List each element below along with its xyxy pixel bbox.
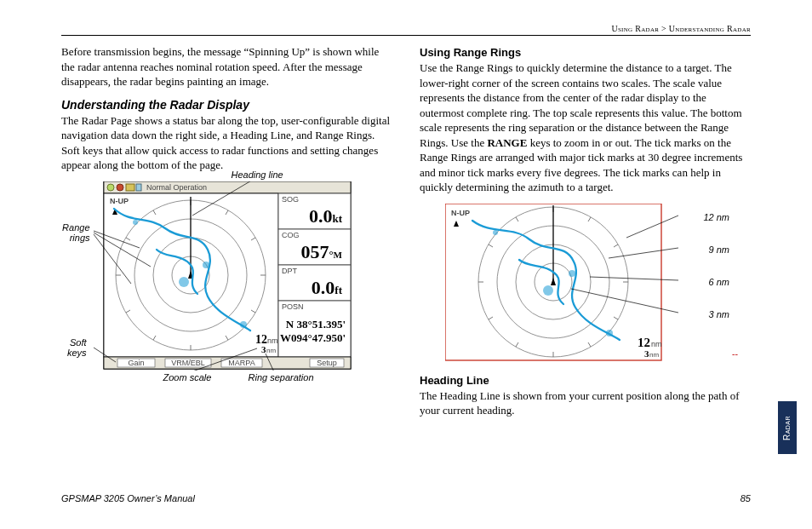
softkey-bar: Gain VRM/EBL MARPA Setup (117, 359, 344, 367)
figure-radar-page: Heading line Range rings Soft keys Zoom … (87, 181, 368, 371)
heading-understanding: Understanding the Radar Display (61, 98, 392, 112)
softkey-setup: Setup (317, 359, 337, 367)
fig2-zoom-value: 12 (638, 336, 650, 349)
para-heading-line: The Heading Line is shown from your curr… (420, 388, 751, 418)
annot-heading-line: Heading line (232, 170, 283, 180)
svg-point-64 (493, 230, 498, 235)
heading-range-rings: Using Range Rings (420, 46, 751, 59)
svg-point-63 (569, 270, 575, 277)
posn-label: POSN (282, 302, 304, 311)
svg-rect-4 (126, 184, 134, 191)
posn-lon: W094°47.950' (279, 331, 345, 344)
status-text: Normal Operation (146, 183, 207, 192)
svg-rect-5 (136, 184, 141, 191)
softkey-gain: Gain (128, 359, 144, 367)
heading-heading-line: Heading Line (420, 374, 751, 387)
softkey-vrm: VRM/EBL (171, 359, 205, 367)
footer-manual-title: GPSMAP 3205 Owner’s Manual (61, 493, 195, 503)
posn-lat: N 38°51.395' (285, 318, 345, 331)
softkey-marpa: MARPA (228, 359, 254, 367)
annot-range-rings: Range rings (54, 222, 90, 243)
fig2-ring-unit: nm (649, 351, 659, 359)
section-tab-label: Radar (783, 415, 792, 440)
footer-page-number: 85 (741, 493, 751, 503)
para-range-rings: Use the Range Rings to quickly determine… (420, 60, 751, 195)
sog-label: SOG (282, 195, 299, 204)
svg-point-24 (179, 277, 189, 287)
annot-soft-keys: Soft keys (54, 337, 87, 358)
breadcrumb-section: Using Radar (611, 24, 659, 33)
figure-range-rings: 12 nm 9 nm 6 nm 3 nm -- N-UP (445, 204, 726, 362)
range-rings-svg: N-UP (445, 204, 692, 362)
page-footer: GPSMAP 3205 Owner’s Manual 85 (61, 493, 751, 503)
annot-3nm: 3 nm (709, 309, 729, 319)
svg-point-3 (117, 184, 123, 191)
section-tab-radar: Radar (778, 401, 797, 454)
svg-point-62 (543, 285, 553, 296)
svg-point-65 (606, 330, 613, 336)
annot-6nm: 6 nm (709, 277, 729, 287)
zoom-scale-unit: nm (267, 336, 278, 345)
range-keyword: RANGE (487, 136, 527, 149)
right-column: Using Range Rings Use the Range Rings to… (420, 44, 751, 427)
para-understanding: The Radar Page shows a status bar along … (61, 113, 392, 173)
breadcrumb: Using Radar > Understanding Radar (61, 24, 751, 36)
nup-label: N-UP (110, 197, 129, 205)
svg-point-2 (107, 184, 114, 191)
svg-point-27 (240, 321, 247, 328)
ring-scale-unit: nm (266, 347, 276, 354)
breadcrumb-sep: > (659, 24, 669, 33)
intro-paragraph: Before transmission begins, the message … (61, 44, 392, 89)
cog-label: COG (282, 231, 300, 239)
radar-page-svg: Normal Operation N-UP (87, 181, 368, 371)
breadcrumb-subsection: Understanding Radar (669, 24, 751, 33)
svg-point-25 (203, 262, 209, 268)
fig2-nup: N-UP (451, 209, 470, 217)
annot-dashes: -- (732, 348, 738, 359)
annot-zoom-scale: Zoom scale (163, 372, 212, 382)
annot-ring-separation: Ring separation (249, 372, 314, 382)
svg-point-26 (133, 220, 138, 225)
annot-9nm: 9 nm (709, 244, 729, 255)
fig2-zoom-unit: nm (651, 340, 662, 348)
annot-12nm: 12 nm (703, 212, 729, 222)
data-panels: SOG 0.0kt COG 057°M DPT 0.0ft POSN N 38°… (278, 193, 351, 357)
dpt-label: DPT (282, 267, 298, 275)
left-column: Before transmission begins, the message … (61, 44, 392, 427)
